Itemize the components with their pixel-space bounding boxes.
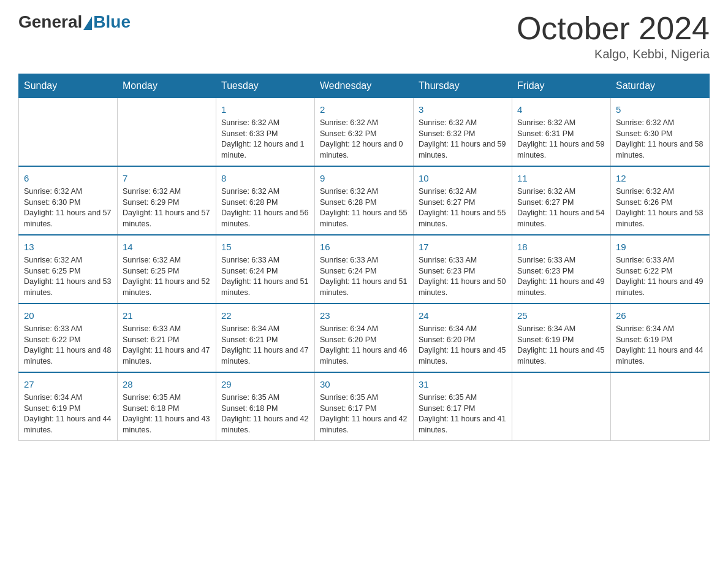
calendar-cell <box>611 372 710 441</box>
sunset-text: Sunset: 6:24 PM <box>320 266 408 277</box>
calendar-cell <box>512 372 611 441</box>
sunrise-text: Sunrise: 6:32 AM <box>616 186 704 197</box>
sunset-text: Sunset: 6:19 PM <box>24 404 112 415</box>
calendar-week-row: 13Sunrise: 6:32 AMSunset: 6:25 PMDayligh… <box>19 235 710 304</box>
sunset-text: Sunset: 6:27 PM <box>517 197 605 209</box>
sunset-text: Sunset: 6:23 PM <box>419 266 507 277</box>
sunrise-text: Sunrise: 6:32 AM <box>24 255 112 266</box>
calendar-cell: 19Sunrise: 6:33 AMSunset: 6:22 PMDayligh… <box>611 235 710 304</box>
calendar-cell: 27Sunrise: 6:34 AMSunset: 6:19 PMDayligh… <box>19 372 118 441</box>
logo-triangle-icon <box>83 17 92 30</box>
day-number: 17 <box>419 240 507 253</box>
calendar-cell: 13Sunrise: 6:32 AMSunset: 6:25 PMDayligh… <box>19 235 118 304</box>
sunrise-text: Sunrise: 6:33 AM <box>320 255 408 266</box>
calendar-cell: 8Sunrise: 6:32 AMSunset: 6:28 PMDaylight… <box>216 166 315 235</box>
day-number: 31 <box>419 378 507 391</box>
daylight-text: Daylight: 12 hours and 1 minute. <box>221 139 309 161</box>
calendar-cell: 26Sunrise: 6:34 AMSunset: 6:19 PMDayligh… <box>611 304 710 372</box>
weekday-header-monday: Monday <box>118 74 216 98</box>
sunrise-text: Sunrise: 6:33 AM <box>419 255 507 266</box>
calendar-cell: 15Sunrise: 6:33 AMSunset: 6:24 PMDayligh… <box>216 235 315 304</box>
daylight-text: Daylight: 11 hours and 58 minutes. <box>616 139 704 161</box>
weekday-header-saturday: Saturday <box>611 74 710 98</box>
calendar-cell: 2Sunrise: 6:32 AMSunset: 6:32 PMDaylight… <box>315 98 414 167</box>
calendar-week-row: 6Sunrise: 6:32 AMSunset: 6:30 PMDaylight… <box>19 166 710 235</box>
sunset-text: Sunset: 6:21 PM <box>221 335 309 346</box>
sunrise-text: Sunrise: 6:32 AM <box>123 186 211 197</box>
sunrise-text: Sunrise: 6:32 AM <box>616 118 704 129</box>
daylight-text: Daylight: 11 hours and 45 minutes. <box>517 345 605 367</box>
daylight-text: Daylight: 11 hours and 47 minutes. <box>123 345 211 367</box>
sunrise-text: Sunrise: 6:35 AM <box>221 393 309 404</box>
sunset-text: Sunset: 6:30 PM <box>24 197 112 209</box>
daylight-text: Daylight: 11 hours and 59 minutes. <box>419 139 507 161</box>
day-number: 20 <box>24 309 112 322</box>
weekday-header-thursday: Thursday <box>414 74 512 98</box>
day-number: 3 <box>419 103 507 116</box>
calendar-cell: 4Sunrise: 6:32 AMSunset: 6:31 PMDaylight… <box>512 98 611 167</box>
calendar-cell: 17Sunrise: 6:33 AMSunset: 6:23 PMDayligh… <box>414 235 512 304</box>
calendar-cell: 9Sunrise: 6:32 AMSunset: 6:28 PMDaylight… <box>315 166 414 235</box>
sunrise-text: Sunrise: 6:33 AM <box>123 324 211 335</box>
sunrise-text: Sunrise: 6:32 AM <box>123 255 211 266</box>
sunset-text: Sunset: 6:19 PM <box>616 335 704 346</box>
calendar-cell: 12Sunrise: 6:32 AMSunset: 6:26 PMDayligh… <box>611 166 710 235</box>
daylight-text: Daylight: 11 hours and 56 minutes. <box>221 208 309 229</box>
sunrise-text: Sunrise: 6:34 AM <box>24 393 112 404</box>
sunrise-text: Sunrise: 6:34 AM <box>517 324 605 335</box>
calendar-cell <box>118 98 216 167</box>
daylight-text: Daylight: 11 hours and 55 minutes. <box>320 208 408 229</box>
calendar-cell: 20Sunrise: 6:33 AMSunset: 6:22 PMDayligh… <box>19 304 118 372</box>
day-number: 19 <box>616 240 704 253</box>
day-number: 12 <box>616 172 704 185</box>
daylight-text: Daylight: 11 hours and 51 minutes. <box>320 277 408 298</box>
day-number: 30 <box>320 378 408 391</box>
sunrise-text: Sunrise: 6:32 AM <box>517 186 605 197</box>
daylight-text: Daylight: 11 hours and 49 minutes. <box>517 277 605 298</box>
sunrise-text: Sunrise: 6:33 AM <box>24 324 112 335</box>
sunset-text: Sunset: 6:29 PM <box>123 197 211 209</box>
calendar-cell: 25Sunrise: 6:34 AMSunset: 6:19 PMDayligh… <box>512 304 611 372</box>
day-number: 15 <box>221 240 309 253</box>
sunset-text: Sunset: 6:18 PM <box>221 404 309 415</box>
sunset-text: Sunset: 6:31 PM <box>517 129 605 140</box>
sunrise-text: Sunrise: 6:32 AM <box>320 118 408 129</box>
day-number: 11 <box>517 172 605 185</box>
calendar-cell: 18Sunrise: 6:33 AMSunset: 6:23 PMDayligh… <box>512 235 611 304</box>
calendar-cell: 23Sunrise: 6:34 AMSunset: 6:20 PMDayligh… <box>315 304 414 372</box>
daylight-text: Daylight: 12 hours and 0 minutes. <box>320 139 408 161</box>
daylight-text: Daylight: 11 hours and 46 minutes. <box>320 345 408 367</box>
sunset-text: Sunset: 6:17 PM <box>419 404 507 415</box>
calendar-cell: 29Sunrise: 6:35 AMSunset: 6:18 PMDayligh… <box>216 372 315 441</box>
sunrise-text: Sunrise: 6:35 AM <box>419 393 507 404</box>
logo-blue-text: Blue <box>93 12 131 32</box>
day-number: 26 <box>616 309 704 322</box>
sunrise-text: Sunrise: 6:34 AM <box>419 324 507 335</box>
day-number: 7 <box>123 172 211 185</box>
sunset-text: Sunset: 6:22 PM <box>616 266 704 277</box>
calendar-week-row: 20Sunrise: 6:33 AMSunset: 6:22 PMDayligh… <box>19 304 710 372</box>
weekday-header-row: SundayMondayTuesdayWednesdayThursdayFrid… <box>19 74 710 98</box>
calendar-cell: 7Sunrise: 6:32 AMSunset: 6:29 PMDaylight… <box>118 166 216 235</box>
calendar-week-row: 1Sunrise: 6:32 AMSunset: 6:33 PMDaylight… <box>19 98 710 167</box>
weekday-header-wednesday: Wednesday <box>315 74 414 98</box>
sunrise-text: Sunrise: 6:32 AM <box>221 118 309 129</box>
page-header: General Blue October 2024 Kalgo, Kebbi, … <box>18 12 710 61</box>
day-number: 8 <box>221 172 309 185</box>
daylight-text: Daylight: 11 hours and 57 minutes. <box>24 208 112 229</box>
daylight-text: Daylight: 11 hours and 43 minutes. <box>123 414 211 435</box>
daylight-text: Daylight: 11 hours and 55 minutes. <box>419 208 507 229</box>
calendar-cell: 3Sunrise: 6:32 AMSunset: 6:32 PMDaylight… <box>414 98 512 167</box>
title-area: October 2024 Kalgo, Kebbi, Nigeria <box>517 12 710 61</box>
daylight-text: Daylight: 11 hours and 50 minutes. <box>419 277 507 298</box>
daylight-text: Daylight: 11 hours and 41 minutes. <box>419 414 507 435</box>
month-title: October 2024 <box>517 12 710 44</box>
daylight-text: Daylight: 11 hours and 59 minutes. <box>517 139 605 161</box>
sunrise-text: Sunrise: 6:32 AM <box>419 186 507 197</box>
sunset-text: Sunset: 6:33 PM <box>221 129 309 140</box>
sunrise-text: Sunrise: 6:32 AM <box>517 118 605 129</box>
calendar-cell: 14Sunrise: 6:32 AMSunset: 6:25 PMDayligh… <box>118 235 216 304</box>
day-number: 5 <box>616 103 704 116</box>
daylight-text: Daylight: 11 hours and 42 minutes. <box>320 414 408 435</box>
sunrise-text: Sunrise: 6:34 AM <box>616 324 704 335</box>
